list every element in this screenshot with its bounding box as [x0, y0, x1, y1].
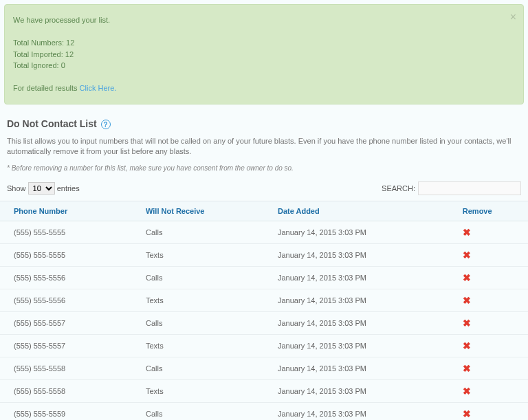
table-row: (555) 555-5558CallsJanuary 14, 2015 3:03…	[0, 357, 528, 379]
remove-icon[interactable]: ✖	[463, 340, 471, 351]
cell-phone: (555) 555-5556	[0, 289, 132, 311]
col-header-date[interactable]: Date Added	[264, 201, 449, 221]
table-row: (555) 555-5557TextsJanuary 14, 2015 3:03…	[0, 334, 528, 357]
detail-link[interactable]: Click Here.	[80, 84, 117, 92]
remove-icon[interactable]: ✖	[463, 272, 471, 283]
page-size-select[interactable]: 10	[28, 182, 55, 195]
remove-icon[interactable]: ✖	[463, 386, 471, 397]
alert-total-ignored: Total Ignored: 0	[13, 60, 515, 71]
cell-remove: ✖	[449, 402, 528, 420]
success-alert: × We have processed your list. Total Num…	[4, 4, 524, 104]
cell-type: Calls	[132, 221, 264, 243]
remove-icon[interactable]: ✖	[463, 363, 471, 374]
col-header-remove: Remove	[449, 201, 528, 221]
cell-type: Calls	[132, 311, 264, 334]
table-row: (555) 555-5558TextsJanuary 14, 2015 3:03…	[0, 379, 528, 402]
search-label: SEARCH:	[382, 184, 415, 192]
cell-phone: (555) 555-5557	[0, 334, 132, 357]
cell-phone: (555) 555-5558	[0, 357, 132, 379]
cell-type: Texts	[132, 289, 264, 311]
cell-type: Texts	[132, 379, 264, 402]
cell-type: Texts	[132, 334, 264, 357]
col-header-phone[interactable]: Phone Number	[0, 201, 132, 221]
alert-detail: For detailed results Click Here.	[13, 82, 515, 94]
alert-total-numbers: Total Numbers: 12	[13, 37, 515, 49]
cell-date: January 14, 2015 3:03 PM	[264, 402, 449, 420]
table-row: (555) 555-5557CallsJanuary 14, 2015 3:03…	[0, 311, 528, 334]
cell-date: January 14, 2015 3:03 PM	[264, 334, 449, 357]
remove-icon[interactable]: ✖	[463, 250, 471, 261]
entry-length: Show 10 entries	[7, 182, 80, 195]
close-icon[interactable]: ×	[510, 9, 516, 25]
table-row: (555) 555-5555TextsJanuary 14, 2015 3:03…	[0, 243, 528, 266]
cell-date: January 14, 2015 3:03 PM	[264, 357, 449, 379]
cell-remove: ✖	[449, 357, 528, 379]
remove-icon[interactable]: ✖	[463, 408, 471, 419]
table-row: (555) 555-5556TextsJanuary 14, 2015 3:03…	[0, 289, 528, 311]
cell-type: Calls	[132, 402, 264, 420]
remove-icon[interactable]: ✖	[463, 295, 471, 306]
cell-date: January 14, 2015 3:03 PM	[264, 243, 449, 266]
cell-date: January 14, 2015 3:03 PM	[264, 311, 449, 334]
page-note: * Before removing a number for this list…	[0, 162, 528, 179]
table-controls: Show 10 entries SEARCH:	[0, 179, 528, 201]
cell-remove: ✖	[449, 243, 528, 266]
cell-phone: (555) 555-5555	[0, 221, 132, 243]
cell-date: January 14, 2015 3:03 PM	[264, 379, 449, 402]
cell-remove: ✖	[449, 289, 528, 311]
cell-type: Calls	[132, 266, 264, 289]
cell-remove: ✖	[449, 311, 528, 334]
cell-phone: (555) 555-5558	[0, 379, 132, 402]
table-row: (555) 555-5555CallsJanuary 14, 2015 3:03…	[0, 221, 528, 243]
table-row: (555) 555-5559CallsJanuary 14, 2015 3:03…	[0, 402, 528, 420]
remove-icon[interactable]: ✖	[463, 227, 471, 238]
help-icon[interactable]: ?	[101, 120, 111, 129]
alert-total-imported: Total Imported: 12	[13, 49, 515, 60]
cell-phone: (555) 555-5555	[0, 243, 132, 266]
col-header-type[interactable]: Will Not Receive	[132, 201, 264, 221]
search-input[interactable]	[418, 181, 521, 195]
page-title: Do Not Contact List ?	[0, 109, 528, 132]
cell-phone: (555) 555-5556	[0, 266, 132, 289]
cell-phone: (555) 555-5559	[0, 402, 132, 420]
cell-date: January 14, 2015 3:03 PM	[264, 221, 449, 243]
cell-type: Texts	[132, 243, 264, 266]
cell-remove: ✖	[449, 266, 528, 289]
cell-phone: (555) 555-5557	[0, 311, 132, 334]
cell-date: January 14, 2015 3:03 PM	[264, 266, 449, 289]
cell-type: Calls	[132, 357, 264, 379]
search-wrap: SEARCH:	[382, 181, 521, 195]
dnc-table: Phone Number Will Not Receive Date Added…	[0, 201, 528, 420]
alert-line1: We have processed your list.	[13, 14, 515, 26]
cell-remove: ✖	[449, 379, 528, 402]
cell-date: January 14, 2015 3:03 PM	[264, 289, 449, 311]
page-description: This list allows you to input numbers th…	[0, 132, 528, 162]
cell-remove: ✖	[449, 221, 528, 243]
cell-remove: ✖	[449, 334, 528, 357]
table-row: (555) 555-5556CallsJanuary 14, 2015 3:03…	[0, 266, 528, 289]
remove-icon[interactable]: ✖	[463, 318, 471, 329]
